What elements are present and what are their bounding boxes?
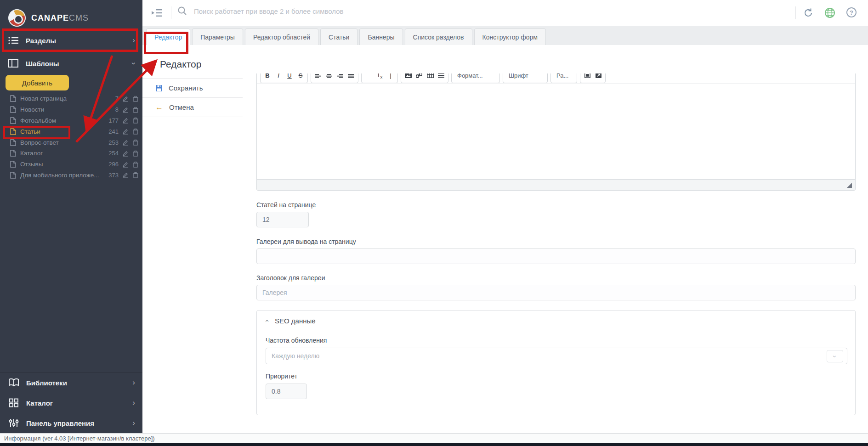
chevron-right-icon: ›: [132, 398, 135, 407]
search-bar: [177, 6, 591, 16]
file-icon: [10, 161, 16, 168]
page-row-mobile-app[interactable]: Для мобильного приложе... 373: [0, 170, 142, 181]
tab-stati[interactable]: Статьи: [320, 28, 357, 45]
sidebar-item-katalog[interactable]: Каталог ›: [0, 393, 142, 413]
size-dropdown[interactable]: Ра...: [550, 73, 577, 83]
insert-link-button[interactable]: [414, 73, 425, 82]
cursor-button[interactable]: |: [385, 73, 396, 82]
sidebar-item-label: Шаблоны: [26, 60, 59, 68]
add-button[interactable]: Добавить: [6, 75, 69, 90]
file-icon: [10, 128, 16, 135]
window-bottom-edge: [0, 443, 868, 446]
edit-icon[interactable]: [122, 150, 129, 157]
cancel-label: Отмена: [169, 103, 194, 111]
sidebar-item-biblioteki[interactable]: Библиотеки ›: [0, 373, 142, 393]
edit-icon[interactable]: [122, 96, 129, 102]
delete-icon[interactable]: [132, 150, 139, 157]
articles-per-page-label: Статей на странице: [256, 201, 316, 209]
page-row-fotoalbom[interactable]: Фотоальбом 177: [0, 115, 142, 126]
source-button[interactable]: [593, 73, 604, 82]
delete-icon[interactable]: [132, 117, 139, 124]
search-input[interactable]: [194, 7, 562, 15]
edit-icon[interactable]: [122, 161, 129, 168]
edit-icon[interactable]: [122, 172, 129, 178]
page-row-katalog[interactable]: Каталог 254: [0, 148, 142, 159]
delete-icon[interactable]: [132, 139, 139, 146]
file-icon: [10, 117, 16, 124]
refresh-icon[interactable]: [803, 7, 814, 18]
chevron-right-icon: ›: [132, 36, 135, 45]
resize-handle-icon[interactable]: [847, 183, 852, 188]
blocks-button[interactable]: [436, 73, 447, 82]
align-justify-button[interactable]: [346, 73, 357, 82]
sidebar-toggle-icon[interactable]: [151, 8, 163, 18]
priority-label: Приоритет: [266, 373, 297, 380]
sidebar-item-shablony[interactable]: Шаблоны ›: [0, 53, 142, 73]
maximize-button[interactable]: [582, 73, 593, 82]
bold-button[interactable]: B: [262, 73, 273, 82]
align-center-button[interactable]: [323, 73, 335, 82]
strikethrough-button[interactable]: S: [295, 73, 306, 82]
format-dropdown[interactable]: Формат...: [451, 73, 500, 83]
save-button[interactable]: Сохранить: [142, 79, 243, 98]
page-row-otzyvy[interactable]: Отзывы 296: [0, 159, 142, 170]
sidebar-item-label: Каталог: [26, 399, 53, 407]
help-icon[interactable]: ?: [846, 7, 857, 17]
page-count: 296: [105, 161, 119, 168]
insert-table-button[interactable]: [425, 73, 436, 82]
page-name: Отзывы: [20, 161, 43, 168]
priority-input[interactable]: [266, 384, 307, 399]
seo-section: › SEO данные Частота обновления Каждую н…: [256, 310, 856, 415]
delete-icon[interactable]: [132, 128, 139, 135]
tab-redaktor-oblastej[interactable]: Редактор областей: [245, 28, 318, 45]
tab-bannery[interactable]: Баннеры: [359, 28, 403, 45]
page-row-novosti[interactable]: Новости 8: [0, 104, 142, 115]
page-name: Фотоальбом: [20, 117, 56, 124]
page-row-stati[interactable]: Статьи 241: [0, 126, 142, 137]
page-row-novaya-stranica[interactable]: Новая страница 7: [0, 93, 142, 104]
galleries-input[interactable]: [256, 248, 856, 264]
chevron-up-icon: ›: [262, 320, 270, 322]
hr-button[interactable]: —: [363, 73, 374, 82]
articles-per-page-input[interactable]: [256, 212, 309, 227]
tab-redaktor[interactable]: Редактор: [146, 28, 190, 45]
sidebar-bottom-menu: Библиотеки › Каталог › Панель управления…: [0, 372, 142, 433]
action-panel: Сохранить ← Отмена: [142, 78, 243, 117]
book-icon: [8, 378, 19, 387]
globe-icon[interactable]: [824, 7, 835, 18]
tab-parametry[interactable]: Параметры: [192, 28, 243, 45]
font-dropdown[interactable]: Шрифт: [503, 73, 548, 83]
underline-button[interactable]: U: [284, 73, 295, 82]
update-frequency-select[interactable]: Каждую неделю ›: [266, 348, 847, 364]
delete-icon[interactable]: [132, 161, 139, 168]
gallery-title-input[interactable]: [256, 285, 856, 300]
logo[interactable]: CANAPECMS: [0, 0, 142, 28]
align-right-button[interactable]: [335, 73, 346, 82]
edit-icon[interactable]: [122, 107, 129, 113]
page-name: Новости: [20, 106, 44, 113]
insert-image-button[interactable]: [403, 73, 414, 82]
cancel-button[interactable]: ← Отмена: [142, 98, 243, 117]
toolbar-group-misc: — Tx |: [361, 73, 398, 83]
edit-icon[interactable]: [122, 117, 129, 124]
editor-content-area[interactable]: [257, 84, 855, 179]
edit-icon[interactable]: [122, 128, 129, 135]
page-row-vopros-otvet[interactable]: Вопрос-ответ 253: [0, 137, 142, 148]
tab-spisok-razdelov[interactable]: Список разделов: [405, 28, 472, 45]
sidebar-item-panel-upravleniya[interactable]: Панель управления ›: [0, 413, 142, 433]
tab-konstruktor-form[interactable]: Конструктор форм: [474, 28, 546, 45]
delete-icon[interactable]: [132, 107, 139, 113]
delete-icon[interactable]: [132, 96, 139, 102]
seo-section-header[interactable]: › SEO данные: [265, 317, 316, 325]
file-icon: [10, 172, 16, 179]
sidebar-item-razdely[interactable]: Разделы ›: [0, 30, 142, 51]
delete-icon[interactable]: [132, 172, 139, 178]
edit-icon[interactable]: [122, 139, 129, 146]
align-left-button[interactable]: [312, 73, 323, 82]
sidebar-item-label: Панель управления: [26, 419, 94, 427]
chevron-down-icon: ›: [129, 62, 138, 65]
main-content: Редактор Сохранить ← Отмена B I U S: [142, 45, 868, 433]
clear-format-button[interactable]: Tx: [374, 73, 385, 82]
italic-button[interactable]: I: [273, 73, 284, 82]
grid-icon: [8, 398, 19, 407]
